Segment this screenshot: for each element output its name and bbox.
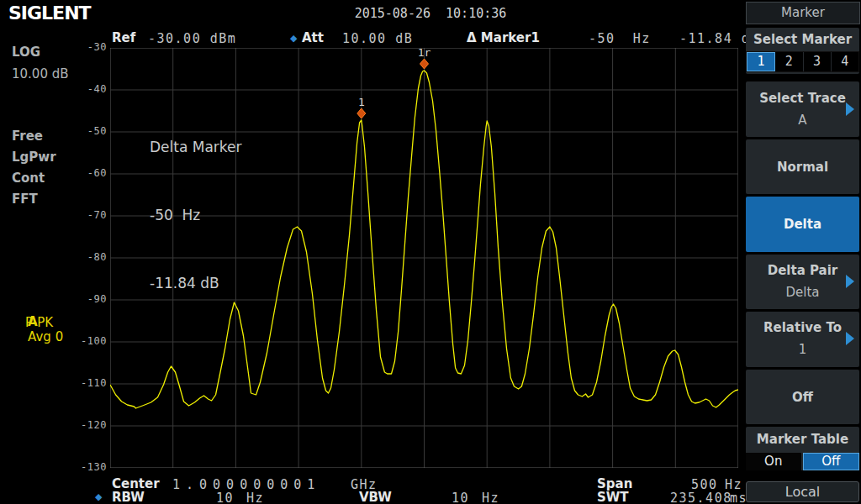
select-trace-label: Select Trace [746, 91, 859, 106]
vbw-unit: Hz [482, 491, 499, 504]
marker-diamond-icon [420, 59, 429, 69]
softkey-off[interactable]: Off [746, 370, 859, 424]
marker-1-button[interactable]: 1 [747, 52, 775, 71]
delta-label: Delta [746, 217, 859, 232]
softkey-relative-to[interactable]: Relative To 1 [746, 312, 859, 367]
vbw-value: 10 [452, 491, 469, 504]
att-coupled-diamond-icon: ◆ [290, 33, 297, 44]
y-axis-label: -50 [0, 125, 107, 137]
swt-value: 235.408 [670, 491, 732, 504]
relative-to-label: Relative To [746, 320, 859, 335]
delta-marker-frequency: -50 Hz [589, 31, 651, 46]
y-axis-label: -60 [0, 167, 107, 179]
rbw-coupled-diamond-icon: ◆ [95, 491, 102, 502]
delta-marker-label: Δ Marker1 [467, 30, 540, 45]
marker-3-button[interactable]: 3 [804, 52, 832, 71]
submenu-arrow-icon [846, 332, 854, 345]
marker-table-toggle: On Off [746, 453, 859, 470]
menu-title: Marker [746, 2, 860, 24]
select-trace-value: A [746, 113, 859, 128]
mode-status: FFT [12, 192, 38, 207]
amplitude-scale-value: 10.00 dB [12, 66, 69, 81]
vbw-label: VBW [359, 490, 392, 504]
select-marker-label: Select Marker [746, 32, 859, 47]
ref-level-label: Ref [112, 30, 135, 45]
softkey-select-trace[interactable]: Select Trace A [746, 81, 859, 137]
y-axis-label: -40 [0, 83, 107, 95]
rbw-value: 10 [216, 491, 234, 504]
softkey-marker-table[interactable]: Marker Table On Off [746, 427, 859, 470]
annotation-amplitude: -11.84 dB [150, 272, 242, 295]
rbw-label: RBW [112, 490, 145, 504]
softkey-delta[interactable]: Delta [746, 197, 859, 252]
marker-table-on-button[interactable]: On [746, 453, 801, 470]
off-label: Off [746, 390, 859, 405]
y-axis-label: -100 [0, 335, 107, 347]
softkey-delta-pair[interactable]: Delta Pair Delta [746, 255, 859, 309]
marker-number-row: 1 2 3 4 [746, 51, 859, 72]
marker-4-button[interactable]: 4 [832, 52, 858, 71]
relative-to-value: 1 [746, 342, 859, 357]
datetime-display: 2015-08-26 10:10:36 [0, 6, 861, 21]
y-axis-label: -80 [0, 251, 107, 263]
swt-label: SWT [597, 490, 629, 504]
y-axis-label: -30 [0, 41, 107, 53]
delta-pair-value: Delta [746, 285, 859, 300]
marker-id-label: 1 [358, 96, 365, 108]
softkey-select-marker[interactable]: Select Marker 1 2 3 4 [746, 28, 859, 74]
submenu-arrow-icon [846, 102, 854, 116]
spectrum-analyzer-screen: SIGLENT 2015-08-26 10:10:36 Marker LOG 1… [0, 0, 861, 504]
local-button[interactable]: Local [746, 481, 859, 502]
normal-label: Normal [746, 160, 859, 175]
y-axis-label: -130 [0, 461, 107, 473]
submenu-arrow-icon [846, 275, 854, 288]
delta-marker-annotation: Delta Marker -50 Hz -11.84 dB [150, 91, 242, 340]
attenuation-value: 10.00 dB [342, 31, 413, 46]
y-axis-label: -70 [0, 209, 107, 221]
ref-level-value: -30.00 dBm [148, 31, 236, 46]
swt-unit: ms [730, 491, 747, 504]
marker-table-label: Marker Table [746, 432, 859, 447]
softkey-normal[interactable]: Normal [746, 139, 859, 194]
y-axis-label: -120 [0, 419, 107, 431]
rbw-unit: Hz [246, 491, 264, 504]
signal-status: LgPwr [12, 150, 56, 165]
delta-pair-label: Delta Pair [746, 263, 859, 278]
marker-diamond-icon [357, 108, 366, 118]
y-axis-label: -110 [0, 377, 107, 389]
annotation-frequency: -50 Hz [150, 204, 242, 227]
detector-status: P-PK [25, 315, 53, 330]
annotation-title: Delta Marker [150, 136, 242, 159]
y-axis-label: -90 [0, 293, 107, 305]
marker-2-button[interactable]: 2 [775, 52, 803, 71]
marker-id-label: 1r [418, 48, 431, 59]
attenuation-label: Att [302, 30, 324, 45]
marker-table-off-button[interactable]: Off [803, 453, 860, 470]
